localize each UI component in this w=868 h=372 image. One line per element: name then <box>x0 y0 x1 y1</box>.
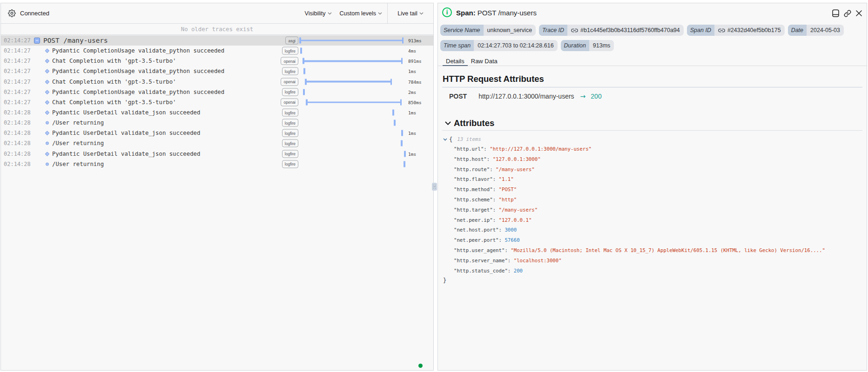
trace-timestamp: 02:14:27 <box>4 58 31 64</box>
link-icon <box>718 27 725 34</box>
panel-splitter-handle[interactable] <box>432 183 437 191</box>
attributes-json-tree: { 13 items "http.url": "http://127.0.0.1… <box>443 134 825 286</box>
duration-tick <box>404 151 406 157</box>
trace-name: Pydantic CompletionUsage validate_python… <box>52 68 224 74</box>
log-circle-icon <box>46 121 49 125</box>
duration-tick <box>392 110 394 116</box>
trace-row[interactable]: 02:14:28/User returninglogfire <box>1 138 433 148</box>
span-diamond-icon <box>45 152 50 156</box>
traces-header: Connected Visibility Custom levels Live … <box>1 3 433 24</box>
duration-bar <box>306 99 402 105</box>
trace-name: Chat Completion with 'gpt-3.5-turbo' <box>52 58 176 64</box>
trace-row[interactable]: 02:14:27Chat Completion with 'gpt-3.5-tu… <box>1 97 433 107</box>
meta-badge-span-id: Span ID#2432d40ef5b0b175 <box>687 25 785 36</box>
meta-badge-date: Date2024-05-03 <box>788 25 844 36</box>
trace-duration: 1ms <box>408 110 416 115</box>
request-url: http://127.0.0.1:3000/many-users <box>478 93 574 100</box>
trace-timestamp: 02:14:28 <box>4 109 31 116</box>
request-row: POST http://127.0.0.1:3000/many-users → … <box>449 93 602 100</box>
chevron-down-icon <box>419 12 424 15</box>
duration-tick <box>303 68 305 74</box>
scope-tag: logfire <box>282 47 298 55</box>
custom-levels-dropdown[interactable]: Custom levels <box>340 10 383 17</box>
trace-row[interactable]: 02:14:28/User returninglogfire <box>1 159 433 169</box>
logfire-app: Connected Visibility Custom levels Live … <box>0 0 868 372</box>
attribute-line: "http.host": "127.0.0.1:3000" <box>443 154 825 165</box>
scope-tag: logfire <box>282 109 298 117</box>
trace-row[interactable]: 02:14:27Pydantic CompletionUsage validat… <box>1 46 433 56</box>
duration-bar <box>305 79 392 85</box>
span-diamond-icon <box>45 59 50 64</box>
chevron-down-icon <box>328 12 332 15</box>
attribute-line: "http.scheme": "http" <box>443 195 825 205</box>
trace-timestamp: 02:14:27 <box>4 68 31 74</box>
tab-raw-data[interactable]: Raw Data <box>468 56 501 66</box>
trace-duration: 850ms <box>408 100 422 105</box>
tab-details[interactable]: Details <box>443 56 468 66</box>
meta-badge-trace-id: Trace ID#b1c445ef3b0b43116df5760ffb470a9… <box>539 25 684 36</box>
live-tail-dropdown[interactable]: Live tail <box>388 10 433 17</box>
attribute-line: "http.route": "/many-users" <box>443 165 825 175</box>
json-root-line[interactable]: { 13 items <box>443 134 825 144</box>
trace-name: POST /many-users <box>43 37 108 44</box>
timeline-track <box>299 77 405 87</box>
trace-name: Pydantic UserDetail validate_json succee… <box>52 151 200 157</box>
span-detail-panel: i Span:POST /many-users Service Nameunkn… <box>437 3 867 371</box>
trace-timestamp: 02:14:28 <box>4 161 31 167</box>
close-icon[interactable] <box>856 10 862 16</box>
trace-row[interactable]: 02:14:27Pydantic CompletionUsage validat… <box>1 87 433 97</box>
settings-gear-icon[interactable] <box>7 9 16 18</box>
meta-badge-duration: Duration913ms <box>561 40 614 51</box>
dock-panel-icon[interactable] <box>832 9 839 17</box>
copy-link-icon[interactable] <box>844 10 851 17</box>
trace-list: 02:14:27POST /many-usersasgi913ms02:14:2… <box>1 35 433 169</box>
log-circle-icon <box>46 142 49 145</box>
timeline-track <box>299 118 405 128</box>
traces-panel: Connected Visibility Custom levels Live … <box>0 3 434 371</box>
attribute-line: "http.flavor": "1.1" <box>443 174 825 185</box>
trace-duration: 4ms <box>408 48 416 53</box>
trace-row[interactable]: 02:14:28Pydantic UserDetail validate_jso… <box>1 107 433 118</box>
info-icon: i <box>442 7 452 17</box>
duration-tick <box>303 89 305 95</box>
span-diamond-icon <box>45 100 50 105</box>
scope-tag: logfire <box>282 67 298 75</box>
trace-row[interactable]: 02:14:27Chat Completion with 'gpt-3.5-tu… <box>1 77 433 87</box>
scope-tag: openai <box>281 98 298 106</box>
trace-timestamp: 02:14:27 <box>4 89 31 95</box>
scope-tag: openai <box>281 57 298 65</box>
trace-timestamp: 02:14:27 <box>4 37 31 44</box>
trace-row[interactable]: 02:14:27Chat Completion with 'gpt-3.5-tu… <box>1 56 433 66</box>
attributes-divider <box>442 130 862 131</box>
trace-row[interactable]: 02:14:27POST /many-usersasgi913ms <box>1 35 433 46</box>
scope-tag: logfire <box>282 150 298 158</box>
span-diamond-icon <box>45 90 50 94</box>
attribute-line: "http.method": "POST" <box>443 185 825 195</box>
request-status-code: 200 <box>591 93 601 100</box>
timeline-track <box>299 159 405 169</box>
trace-timestamp: 02:14:28 <box>4 151 31 157</box>
visibility-dropdown[interactable]: Visibility <box>305 10 332 17</box>
trace-row[interactable]: 02:14:28/User returninglogfire <box>1 118 433 128</box>
timeline-track <box>299 97 405 107</box>
trace-timestamp: 02:14:27 <box>4 99 31 106</box>
trace-row[interactable]: 02:14:28Pydantic UserDetail validate_jso… <box>1 128 433 138</box>
heading-divider <box>442 87 862 87</box>
meta-badge-service-name: Service Nameunknown_service <box>440 25 536 36</box>
span-diamond-icon <box>45 69 50 74</box>
span-diamond-icon <box>45 80 50 84</box>
scope-tag: logfire <box>282 88 298 96</box>
trace-row[interactable]: 02:14:27Pydantic CompletionUsage validat… <box>1 66 433 76</box>
timeline-track <box>299 87 405 97</box>
collapse-span-icon[interactable] <box>34 38 40 44</box>
badge-row-2: Time span02:14:27.703 to 02:14:28.616Dur… <box>440 40 614 51</box>
duration-tick <box>404 161 405 167</box>
arrow-right-icon: → <box>580 93 586 100</box>
trace-duration: 1ms <box>408 151 416 156</box>
duration-tick <box>394 120 396 126</box>
attribute-line: "http.user_agent": "Mozilla/5.0 (Macinto… <box>443 246 825 256</box>
trace-row[interactable]: 02:14:28Pydantic UserDetail validate_jso… <box>1 149 433 159</box>
span-diamond-icon <box>45 131 50 136</box>
duration-bar <box>303 58 403 64</box>
attribute-line: "http.target": "/many-users" <box>443 205 825 215</box>
